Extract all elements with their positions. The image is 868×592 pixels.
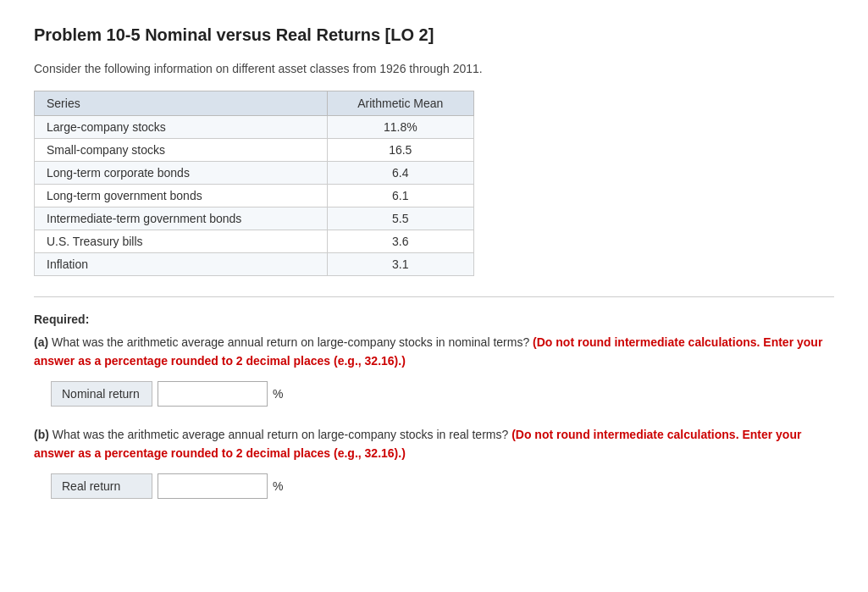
table-row: Large-company stocks: [35, 116, 328, 139]
question-a-text: (a) What was the arithmetic average annu…: [34, 333, 834, 371]
table-row: 6.4: [327, 162, 473, 185]
table-row: Long-term government bonds: [35, 185, 328, 207]
question-b-text: (b) What was the arithmetic average annu…: [34, 425, 834, 463]
section-divider: [34, 296, 834, 297]
table-row: 6.1: [327, 185, 473, 207]
page-title: Problem 10-5 Nominal versus Real Returns…: [34, 25, 834, 45]
real-return-label: Real return: [51, 473, 152, 499]
table-row: 16.5: [327, 139, 473, 162]
nominal-percent-sign: %: [273, 387, 283, 401]
table-row: U.S. Treasury bills: [35, 230, 328, 253]
table-row: Small-company stocks: [35, 139, 328, 162]
col-header-series: Series: [35, 91, 328, 116]
nominal-return-label: Nominal return: [51, 381, 152, 407]
table-row: 3.6: [327, 230, 473, 253]
table-row: 3.1: [327, 253, 473, 276]
table-row: Intermediate-term government bonds: [35, 207, 328, 230]
question-a-main: What was the arithmetic average annual r…: [52, 335, 529, 349]
question-b-main: What was the arithmetic average annual r…: [53, 428, 508, 441]
nominal-return-input[interactable]: [158, 381, 268, 407]
real-percent-sign: %: [273, 479, 283, 493]
col-header-arithmetic-mean: Arithmetic Mean: [327, 91, 473, 116]
table-row: Inflation: [35, 253, 328, 276]
question-a-block: (a) What was the arithmetic average annu…: [34, 333, 834, 407]
question-a-letter: (a): [34, 335, 48, 349]
table-row: Long-term corporate bonds: [35, 162, 328, 185]
question-a-answer-row: Nominal return %: [51, 381, 834, 407]
question-b-answer-row: Real return %: [51, 473, 834, 499]
table-row: 11.8%: [327, 116, 473, 139]
data-table: Series Arithmetic Mean Large-company sto…: [34, 91, 474, 276]
question-b-letter: (b): [34, 428, 49, 441]
table-row: 5.5: [327, 207, 473, 230]
required-label: Required:: [34, 313, 834, 326]
real-return-input[interactable]: [158, 473, 268, 499]
intro-text: Consider the following information on di…: [34, 62, 834, 75]
question-b-block: (b) What was the arithmetic average annu…: [34, 425, 834, 499]
